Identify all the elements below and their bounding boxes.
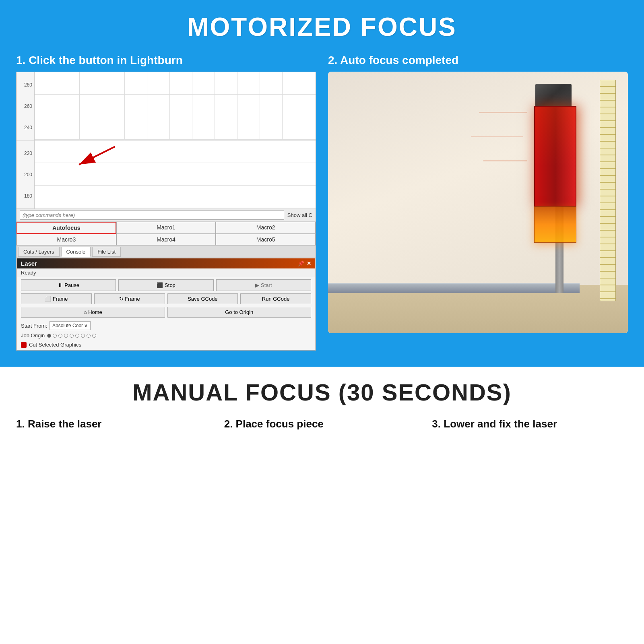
macro1-button[interactable]: Macro1 <box>116 222 216 234</box>
frame2-button[interactable]: ↻ Frame <box>94 293 165 304</box>
start-from-row: Start From: Absolute Coor ∨ <box>17 320 315 331</box>
ready-status: Ready <box>17 268 315 277</box>
grid-canvas <box>35 72 316 140</box>
home-button[interactable]: ⌂ Home <box>21 307 165 318</box>
horizontal-rail <box>328 283 580 293</box>
dot-1[interactable] <box>47 334 51 338</box>
blur-line-3 <box>483 160 527 161</box>
laser-body-red <box>534 106 576 206</box>
show-all-label: Show all C <box>287 212 312 218</box>
run-gcode-button[interactable]: Run GCode <box>240 293 311 304</box>
blur-line-2 <box>471 136 523 137</box>
start-icon: ▶ <box>255 282 259 288</box>
step1-raise-label: 1. Raise the laser <box>16 418 212 430</box>
grid-container: 280 260 240 <box>17 72 316 140</box>
manual-steps: 1. Raise the laser ATOMSTACK <box>16 418 628 436</box>
autofocus-button[interactable]: Autofocus <box>17 222 116 234</box>
tab-file-list[interactable]: File List <box>92 247 121 257</box>
grid-canvas-2 <box>35 140 316 208</box>
laser-top-mount <box>535 84 572 106</box>
pin-icon: 📌 <box>298 260 304 266</box>
close-icon[interactable]: ✕ <box>307 260 311 266</box>
left-panel-wrapper: 1. Click the button in Lightburn 280 260… <box>16 54 316 351</box>
bottom-title: MANUAL FOCUS (30 SECONDS) <box>16 379 628 406</box>
dot-5[interactable] <box>70 334 74 338</box>
laser-title: Laser <box>21 260 37 267</box>
command-input[interactable] <box>20 211 284 220</box>
grid-num-180: 180 <box>19 193 32 199</box>
frame1-icon: ⬜ <box>45 296 51 302</box>
dot-4[interactable] <box>64 334 68 338</box>
start-button[interactable]: ▶ Start <box>216 279 311 291</box>
ruler <box>600 80 616 301</box>
frame-btn-row: ⬜ Frame ↻ Frame Save GCode Run GCode <box>17 293 315 307</box>
autofocus-photo <box>328 72 628 333</box>
macro3-button[interactable]: Macro3 <box>17 234 116 245</box>
home-icon: ⌂ <box>84 309 87 315</box>
pause-button[interactable]: ⏸ Pause <box>21 279 116 291</box>
stop-button[interactable]: ⬛ Stop <box>118 279 213 291</box>
step2-focus-label: 2. Place focus piece <box>224 418 420 430</box>
cut-selected-row: Cut Selected Graphics <box>17 340 315 350</box>
grid-num-240: 240 <box>19 125 32 130</box>
dot-7[interactable] <box>81 334 85 338</box>
grid-container-2: 220 200 180 <box>17 140 316 209</box>
laser-header: Laser 📌 ✕ <box>17 258 315 268</box>
machine-scene <box>328 72 628 333</box>
svg-line-1 <box>79 147 115 165</box>
dot-2[interactable] <box>53 334 57 338</box>
step2-label: 2. Auto focus completed <box>328 54 628 67</box>
blur-line-1 <box>479 112 527 113</box>
step3-lower-label: 3. Lower and fix the laser <box>432 418 628 430</box>
go-to-origin-button[interactable]: Go to Origin <box>167 307 312 318</box>
top-panels: 1. Click the button in Lightburn 280 260… <box>16 54 628 351</box>
cut-selected-label: Cut Selected Graphics <box>29 342 81 348</box>
start-from-select[interactable]: Absolute Coor ∨ <box>50 321 91 330</box>
laser-amber-bottom <box>534 206 576 243</box>
stop-icon: ⬛ <box>157 282 163 288</box>
macro2-button[interactable]: Macro2 <box>216 222 316 234</box>
macro5-button[interactable]: Macro5 <box>216 234 316 245</box>
main-title: MOTORIZED FOCUS <box>16 12 628 42</box>
cut-icon <box>21 342 27 348</box>
save-gcode-button[interactable]: Save GCode <box>167 293 238 304</box>
tab-console[interactable]: Console <box>61 247 91 257</box>
job-origin-dots <box>47 334 96 338</box>
dot-8[interactable] <box>87 334 91 338</box>
red-arrow-svg <box>67 142 127 175</box>
start-label: Start <box>261 282 272 288</box>
grid-num-200: 200 <box>19 172 32 178</box>
step1-raise: 1. Raise the laser ATOMSTACK <box>16 418 212 436</box>
frame2-label: Frame <box>125 296 140 302</box>
grid-num-260: 260 <box>19 103 32 109</box>
lb-tabs: Cuts / Layers Console File List <box>17 246 316 258</box>
grid-numbers: 280 260 240 <box>17 72 35 140</box>
command-row: Show all C <box>17 209 316 222</box>
dot-3[interactable] <box>58 334 62 338</box>
dot-6[interactable] <box>75 334 79 338</box>
frame1-button[interactable]: ⬜ Frame <box>21 293 92 304</box>
top-section: MOTORIZED FOCUS 1. Click the button in L… <box>0 0 644 367</box>
home-label: Home <box>88 309 102 315</box>
job-origin-row: Job Origin <box>17 331 315 340</box>
stop-label: Stop <box>165 282 175 288</box>
tab-cuts-layers[interactable]: Cuts / Layers <box>18 247 60 257</box>
pause-label: Pause <box>64 282 79 288</box>
lightburn-screenshot: 280 260 240 220 200 180 <box>16 72 316 351</box>
macro4-button[interactable]: Macro4 <box>116 234 216 245</box>
start-from-label: Start From: <box>21 323 47 329</box>
laser-header-icons: 📌 ✕ <box>298 260 311 266</box>
step2-focus: 2. Place focus piece ATOMSTACK <box>224 418 420 436</box>
dot-9[interactable] <box>92 334 96 338</box>
laser-glow <box>535 107 576 206</box>
macro-grid: Autofocus Macro1 Macro2 Macro3 Macro4 Ma… <box>17 222 316 246</box>
frame1-label: Frame <box>53 296 68 302</box>
grid-area: 280 260 240 220 200 180 <box>17 72 316 209</box>
step3-lower: 3. Lower and fix the laser ATOMSTACK <box>432 418 628 436</box>
frame2-icon: ↻ <box>119 296 124 302</box>
control-btn-row: ⏸ Pause ⬛ Stop ▶ Start <box>17 277 315 293</box>
job-origin-label: Job Origin <box>21 332 45 339</box>
grid-num-220: 220 <box>19 151 32 156</box>
laser-panel: Laser 📌 ✕ Ready ⏸ Pause <box>17 258 316 350</box>
grid-num-280: 280 <box>19 82 32 88</box>
